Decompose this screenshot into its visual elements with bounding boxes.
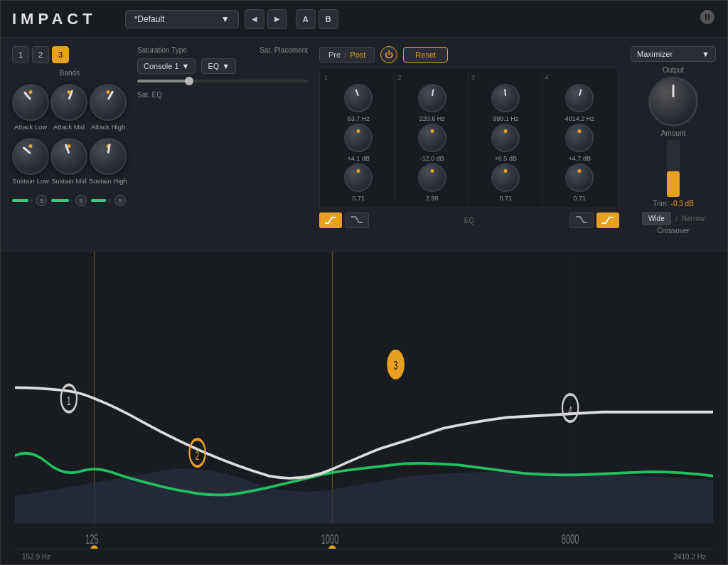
sat-eq-label: Sat. EQ	[137, 91, 308, 99]
sustain-mid-label: Sustain Mid	[51, 177, 87, 185]
brand-icon	[699, 9, 716, 29]
preset-dropdown[interactable]: *Default ▼	[125, 10, 239, 28]
output-knob[interactable]	[648, 77, 698, 127]
upper-panel: 1 2 3 Bands Attack Low	[1, 38, 727, 251]
eq-gain-3-knob[interactable]	[491, 124, 520, 152]
svg-text:1: 1	[67, 394, 71, 408]
mid-labels-row: Saturation Type Sat. Placement	[137, 46, 308, 55]
trim-label: Trim:	[653, 200, 668, 208]
amount-label: Amount	[661, 129, 685, 137]
eq-filter-btn-3[interactable]	[569, 212, 594, 228]
sustain-low-knob[interactable]	[12, 138, 49, 175]
eq-q-4-knob[interactable]	[565, 163, 594, 192]
eq-section: Pre / Post ⏻ Reset 1 63.7 Hz	[319, 46, 619, 242]
svg-text:4: 4	[568, 404, 572, 418]
eq-power-button[interactable]: ⏻	[380, 46, 397, 63]
sustain-mid-knob[interactable]	[50, 138, 87, 175]
sat-eq-slider[interactable]	[137, 80, 308, 82]
wide-narrow-row: Wide / Narrow	[642, 212, 705, 225]
eq-highcut-button[interactable]	[345, 212, 369, 228]
eq-band-4: 4 4014.2 Hz +4.7 dB 0.71	[544, 71, 616, 205]
lower-panel: 125 1000 8000 1 2 3	[1, 251, 727, 564]
eq-gain-4-knob[interactable]	[565, 124, 594, 152]
sat-eq-row	[137, 80, 308, 82]
trim-value: -0.3 dB	[671, 200, 694, 208]
nav-next-button[interactable]: ▶	[267, 9, 287, 29]
svg-text:8000: 8000	[562, 532, 579, 547]
sustain-high-cell: Sustain High	[89, 138, 127, 185]
attack-mid-knob[interactable]	[50, 84, 87, 121]
narrow-button[interactable]: Narrow	[682, 215, 705, 222]
eq-gain-1-knob[interactable]	[344, 124, 373, 152]
pre-post-button[interactable]: Pre / Post	[319, 47, 375, 63]
eq-q-3-value: 0.71	[499, 195, 512, 202]
band-2-button[interactable]: 2	[32, 46, 49, 63]
eq-curve-area[interactable]: 125 1000 8000 1 2 3	[15, 252, 713, 564]
level-meter-right	[713, 252, 727, 564]
svg-text:3: 3	[394, 359, 398, 373]
attack-mid-label: Attack Mid	[53, 123, 85, 131]
sustain-high-knob[interactable]	[90, 138, 127, 175]
eq-freq-1-value: 63.7 Hz	[348, 115, 370, 122]
app-container: IMPACT *Default ▼ ◀ ▶ A B	[0, 0, 728, 565]
band3-s-button[interactable]: S	[114, 195, 126, 206]
eq-q-3-knob[interactable]	[491, 163, 520, 192]
a-button[interactable]: A	[296, 9, 316, 29]
post-label: Post	[350, 50, 365, 59]
eq-gain-2-knob[interactable]	[418, 124, 446, 152]
eq-freq-4-knob[interactable]	[565, 84, 594, 112]
maximizer-arrow-icon: ▼	[702, 50, 710, 58]
saturation-type-dropdown[interactable]: Console 1 ▼	[137, 58, 196, 74]
eq-freq-1-knob[interactable]	[344, 84, 373, 112]
maximizer-dropdown[interactable]: Maximizer ▼	[631, 46, 716, 62]
band3-slider[interactable]	[91, 199, 112, 202]
wide-button[interactable]: Wide	[642, 212, 671, 225]
svg-text:125: 125	[85, 532, 99, 547]
amount-slider[interactable]	[667, 140, 680, 197]
band1-s-button[interactable]: S	[36, 195, 47, 206]
prev-icon: ◀	[252, 15, 257, 23]
eq-lowcut-button[interactable]	[319, 212, 342, 228]
eq-gain-3-value: +6.5 dB	[495, 155, 517, 162]
sat-placement-value: EQ	[208, 62, 219, 70]
attack-high-cell: Attack High	[89, 84, 127, 131]
eq-gain-2-value: -12.0 dB	[420, 155, 444, 162]
eq-band-2: 2 220.6 Hz -12.0 dB 2.90	[397, 71, 469, 205]
svg-text:2: 2	[196, 448, 200, 463]
maximizer-label: Maximizer	[637, 50, 673, 58]
app-title: IMPACT	[12, 10, 97, 28]
sustain-low-cell: Sustain Low	[12, 138, 49, 185]
b-button[interactable]: B	[318, 9, 338, 29]
sat-placement-dropdown[interactable]: EQ ▼	[201, 58, 236, 74]
band2-s-button[interactable]: S	[75, 195, 87, 206]
eq-freq-3-value: 999.1 Hz	[493, 115, 518, 122]
eq-freq-2-knob[interactable]	[418, 84, 446, 112]
band-3-button[interactable]: 3	[52, 46, 69, 63]
attack-high-knob[interactable]	[90, 84, 127, 121]
band2-slider[interactable]	[51, 199, 73, 202]
eq-center-label: EQ	[464, 217, 474, 225]
hz-high-label: 2410.2 Hz	[673, 553, 706, 561]
band1-slider[interactable]	[12, 199, 33, 202]
nav-prev-button[interactable]: ◀	[245, 9, 264, 29]
svg-text:1000: 1000	[321, 532, 339, 547]
eq-filter-btn-4[interactable]	[596, 212, 619, 228]
eq-q-1-knob[interactable]	[344, 163, 373, 192]
hz-low-label: 152.9 Hz	[22, 553, 50, 561]
band-1-button[interactable]: 1	[12, 46, 29, 63]
eq-q-4-value: 0.71	[573, 195, 586, 202]
eq-gain-1-value: +4.1 dB	[348, 155, 370, 162]
attack-low-knob[interactable]	[12, 84, 49, 121]
header: IMPACT *Default ▼ ◀ ▶ A B	[1, 1, 727, 38]
eq-curve-svg: 125 1000 8000 1 2 3	[15, 252, 713, 564]
eq-q-2-value: 2.90	[426, 195, 439, 202]
hz-bar: 152.9 Hz 2410.2 Hz	[15, 549, 713, 564]
crossover-label: Crossover	[657, 227, 690, 235]
sat-type-arrow-icon: ▼	[182, 62, 190, 70]
sustain-high-label: Sustain High	[89, 177, 127, 185]
sat-type-value: Console 1	[144, 62, 179, 70]
eq-q-2-knob[interactable]	[418, 163, 446, 192]
eq-gain-4-value: +4.7 dB	[569, 155, 591, 162]
eq-reset-button[interactable]: Reset	[403, 47, 448, 63]
eq-freq-3-knob[interactable]	[491, 84, 520, 112]
